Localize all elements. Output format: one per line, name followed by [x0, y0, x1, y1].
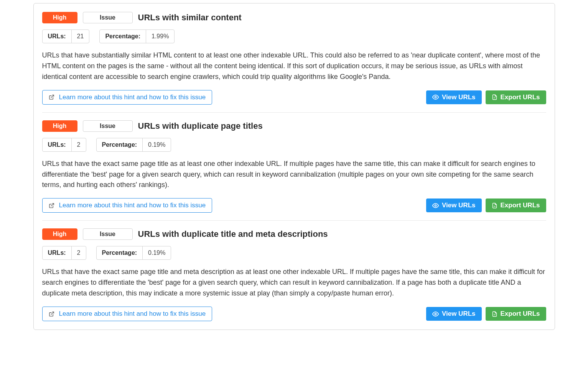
view-urls-button[interactable]: View URLs	[426, 307, 482, 321]
issue-description: URLs that have substantially similar HTM…	[42, 50, 546, 82]
stats-row: URLs: 21 Percentage: 1.99%	[42, 30, 546, 43]
actions-row: Learn more about this hint and how to fi…	[42, 90, 546, 105]
learn-more-link[interactable]: Learn more about this hint and how to fi…	[42, 90, 212, 105]
type-badge: Issue	[83, 12, 133, 23]
external-link-icon	[49, 94, 54, 100]
percentage-label: Percentage:	[97, 138, 143, 151]
learn-more-label: Learn more about this hint and how to fi…	[59, 310, 206, 318]
external-link-icon	[49, 203, 54, 208]
urls-count-label: URLs:	[43, 30, 72, 43]
learn-more-link[interactable]: Learn more about this hint and how to fi…	[42, 198, 212, 213]
percentage-label: Percentage:	[100, 30, 146, 43]
percentage-value: 0.19%	[143, 138, 171, 151]
external-link-icon	[49, 311, 54, 317]
urls-count-group: URLs: 2	[42, 138, 86, 152]
urls-count-value: 2	[72, 138, 86, 151]
stats-row: URLs: 2 Percentage: 0.19%	[42, 138, 546, 152]
issue-title: URLs with duplicate page titles	[138, 121, 263, 131]
percentage-group: Percentage: 0.19%	[96, 138, 171, 152]
urls-count-value: 2	[72, 246, 86, 259]
issue-title: URLs with similar content	[138, 13, 242, 23]
svg-point-1	[435, 97, 436, 98]
export-urls-label: Export URLs	[501, 310, 540, 318]
percentage-group: Percentage: 0.19%	[96, 246, 171, 260]
issue-header: High Issue URLs with duplicate title and…	[42, 228, 546, 240]
actions-row: Learn more about this hint and how to fi…	[42, 198, 546, 213]
issue-description: URLs that have the exact same page title…	[42, 267, 546, 299]
urls-count-value: 21	[72, 30, 89, 43]
issue-block: High Issue URLs with duplicate page titl…	[42, 120, 546, 221]
stats-row: URLs: 2 Percentage: 0.19%	[42, 246, 546, 260]
learn-more-label: Learn more about this hint and how to fi…	[59, 202, 206, 209]
svg-point-4	[435, 205, 436, 206]
percentage-group: Percentage: 1.99%	[99, 30, 175, 43]
percentage-value: 0.19%	[143, 246, 171, 259]
severity-badge: High	[42, 12, 77, 23]
type-badge: Issue	[83, 228, 133, 240]
view-urls-label: View URLs	[442, 94, 476, 101]
actions-row: Learn more about this hint and how to fi…	[42, 307, 546, 321]
urls-count-group: URLs: 21	[42, 30, 90, 43]
export-urls-button[interactable]: Export URLs	[486, 307, 546, 321]
issue-description: URLs that have the exact same page title…	[42, 159, 546, 191]
learn-more-label: Learn more about this hint and how to fi…	[59, 94, 206, 101]
issue-header: High Issue URLs with similar content	[42, 12, 546, 23]
file-export-icon	[492, 311, 497, 317]
svg-line-6	[51, 312, 54, 314]
urls-count-label: URLs:	[43, 246, 72, 259]
file-export-icon	[492, 203, 497, 208]
issue-block: High Issue URLs with duplicate title and…	[42, 228, 546, 321]
svg-line-0	[51, 95, 54, 98]
export-urls-button[interactable]: Export URLs	[486, 198, 546, 212]
export-urls-label: Export URLs	[501, 94, 540, 101]
issue-header: High Issue URLs with duplicate page titl…	[42, 120, 546, 132]
type-badge: Issue	[83, 120, 133, 132]
view-urls-label: View URLs	[442, 202, 476, 209]
eye-icon	[432, 311, 439, 317]
eye-icon	[432, 94, 439, 100]
export-urls-button[interactable]: Export URLs	[486, 90, 546, 104]
view-urls-button[interactable]: View URLs	[426, 198, 482, 212]
percentage-value: 1.99%	[146, 30, 174, 43]
eye-icon	[432, 202, 439, 209]
file-export-icon	[492, 94, 497, 100]
urls-count-group: URLs: 2	[42, 246, 86, 260]
severity-badge: High	[42, 120, 77, 132]
issue-block: High Issue URLs with similar content URL…	[42, 12, 546, 113]
export-urls-label: Export URLs	[501, 202, 540, 209]
svg-line-3	[51, 203, 54, 206]
learn-more-link[interactable]: Learn more about this hint and how to fi…	[42, 307, 212, 321]
issue-title: URLs with duplicate title and meta descr…	[138, 229, 328, 239]
urls-count-label: URLs:	[43, 138, 72, 151]
svg-point-7	[435, 313, 436, 315]
view-urls-label: View URLs	[442, 310, 476, 318]
severity-badge: High	[42, 228, 77, 240]
percentage-label: Percentage:	[97, 246, 143, 259]
view-urls-button[interactable]: View URLs	[426, 90, 482, 104]
